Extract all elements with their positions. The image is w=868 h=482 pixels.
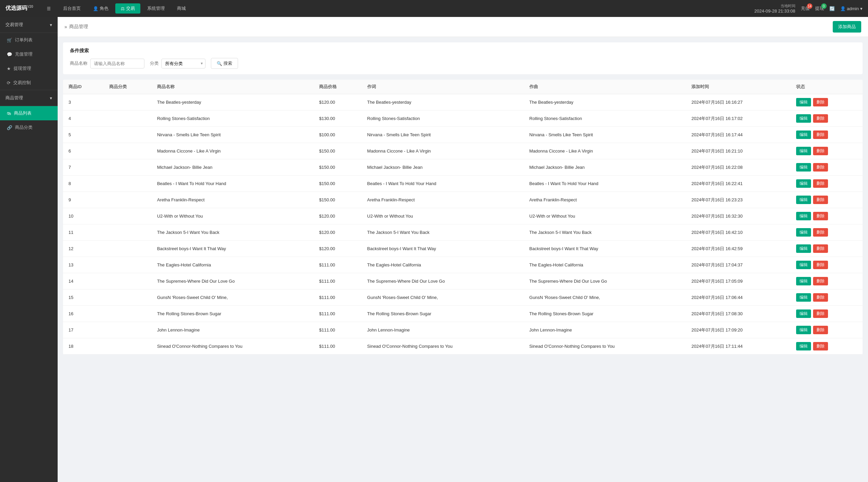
sidebar-item-trade-control[interactable]: ⟳ 交易控制: [0, 76, 58, 90]
cell-actions: 编辑 删除: [791, 159, 863, 176]
delete-button[interactable]: 删除: [813, 309, 828, 318]
edit-button[interactable]: 编辑: [796, 98, 811, 106]
nav-item-dashboard[interactable]: 后台首页: [58, 3, 86, 14]
table-row: 10 U2-With or Without You $120.00 U2-Wit…: [63, 208, 863, 224]
nav-item-system[interactable]: 系统管理: [142, 3, 170, 14]
main-content: » 商品管理 添加商品 条件搜索 商品名称 分类: [58, 17, 868, 482]
col-status: 状态: [791, 80, 863, 94]
recharge-sidebar-icon: 💬: [7, 52, 12, 57]
delete-button[interactable]: 删除: [813, 147, 828, 155]
cell-composer: Backstreet boys-I Want It That Way: [524, 241, 686, 257]
cell-category: [104, 306, 152, 322]
cell-actions: 编辑 删除: [791, 111, 863, 127]
edit-button[interactable]: 编辑: [796, 309, 811, 318]
cell-lyricist: Nirvana - Smells Like Teen Spirit: [362, 127, 524, 143]
cell-composer: The Rolling Stones-Brown Sugar: [524, 306, 686, 322]
cell-addtime: 2024年07月16日 16:42:59: [686, 241, 790, 257]
delete-button[interactable]: 删除: [813, 114, 828, 123]
edit-button[interactable]: 编辑: [796, 179, 811, 188]
refresh-button[interactable]: 🔄: [829, 6, 835, 11]
edit-button[interactable]: 编辑: [796, 293, 811, 302]
cell-lyricist: The Jackson 5-I Want You Back: [362, 224, 524, 241]
cell-addtime: 2024年07月16日 16:17:44: [686, 127, 790, 143]
edit-button[interactable]: 编辑: [796, 277, 811, 285]
cell-price: $120.00: [314, 224, 362, 241]
withdraw-sidebar-icon: ★: [7, 66, 11, 71]
edit-button[interactable]: 编辑: [796, 212, 811, 220]
sidebar-item-product-list[interactable]: 🛍 商品列表: [0, 106, 58, 120]
delete-button[interactable]: 删除: [813, 212, 828, 220]
search-row: 商品名称 分类 所有分类 🔍 搜索: [70, 58, 856, 69]
sidebar-group-trade[interactable]: 交易管理 ▾: [0, 17, 58, 33]
cell-composer: U2-With or Without You: [524, 208, 686, 224]
cell-price: $150.00: [314, 176, 362, 192]
nav-item-shop[interactable]: 商城: [172, 3, 191, 14]
withdraw-btn-wrap: 提现 0: [815, 5, 824, 12]
delete-button[interactable]: 删除: [813, 261, 828, 269]
recharge-badge: 14: [807, 3, 812, 9]
cell-composer: The Jackson 5-I Want You Back: [524, 224, 686, 241]
delete-button[interactable]: 删除: [813, 179, 828, 188]
table-row: 14 The Supremes-Where Did Our Love Go $1…: [63, 273, 863, 289]
edit-button[interactable]: 编辑: [796, 147, 811, 155]
breadcrumb-bar: » 商品管理 添加商品: [58, 17, 868, 37]
table-row: 8 Beatles - I Want To Hold Your Hand $15…: [63, 176, 863, 192]
edit-button[interactable]: 编辑: [796, 114, 811, 123]
edit-button[interactable]: 编辑: [796, 326, 811, 334]
edit-button[interactable]: 编辑: [796, 261, 811, 269]
search-panel-title: 条件搜索: [70, 48, 856, 54]
name-input[interactable]: [90, 59, 144, 68]
cell-lyricist: Backstreet boys-I Want It That Way: [362, 241, 524, 257]
cell-actions: 编辑 删除: [791, 306, 863, 322]
delete-button[interactable]: 删除: [813, 130, 828, 139]
cell-category: [104, 224, 152, 241]
sidebar-item-product-category[interactable]: 🔗 商品分类: [0, 120, 58, 135]
sidebar-item-orders[interactable]: 🛒 订单列表: [0, 33, 58, 47]
action-btns: 编辑 删除: [796, 309, 857, 318]
admin-menu[interactable]: 👤 admin ▾: [840, 6, 863, 11]
delete-button[interactable]: 删除: [813, 163, 828, 172]
cell-actions: 编辑 删除: [791, 143, 863, 159]
action-btns: 编辑 删除: [796, 326, 857, 334]
cell-lyricist: The Eagles-Hotel California: [362, 257, 524, 273]
edit-button[interactable]: 编辑: [796, 228, 811, 237]
delete-button[interactable]: 删除: [813, 277, 828, 285]
cell-category: [104, 94, 152, 111]
edit-button[interactable]: 编辑: [796, 196, 811, 204]
delete-button[interactable]: 删除: [813, 342, 828, 350]
edit-button[interactable]: 编辑: [796, 342, 811, 350]
add-product-button[interactable]: 添加商品: [833, 21, 861, 33]
nav-menu: ☰ 后台首页 👤 角色 ⚖ 交易 系统管理 商城: [41, 3, 754, 14]
sidebar-item-withdraw[interactable]: ★ 提现管理: [0, 61, 58, 76]
cart-icon: 🛒: [7, 38, 12, 43]
action-btns: 编辑 删除: [796, 342, 857, 350]
table-header: 商品ID 商品分类 商品名称 商品价格 作词 作曲 添加时间 状态: [63, 80, 863, 94]
search-button[interactable]: 🔍 搜索: [211, 58, 238, 69]
cell-id: 4: [63, 111, 104, 127]
delete-button[interactable]: 删除: [813, 196, 828, 204]
col-id: 商品ID: [63, 80, 104, 94]
cell-composer: Sinead O'Connor-Nothing Compares to You: [524, 338, 686, 355]
delete-button[interactable]: 删除: [813, 98, 828, 106]
cell-id: 3: [63, 94, 104, 111]
category-select[interactable]: 所有分类: [161, 59, 205, 68]
cell-price: $150.00: [314, 143, 362, 159]
delete-button[interactable]: 删除: [813, 244, 828, 253]
withdraw-badge: 0: [821, 3, 827, 9]
cell-category: [104, 289, 152, 306]
table-row: 12 Backstreet boys-I Want It That Way $1…: [63, 241, 863, 257]
edit-button[interactable]: 编辑: [796, 163, 811, 172]
delete-button[interactable]: 删除: [813, 293, 828, 302]
nav-item-role[interactable]: 👤 角色: [87, 3, 114, 14]
nav-item-trade[interactable]: ⚖ 交易: [115, 3, 140, 14]
sidebar-item-recharge[interactable]: 💬 充值管理: [0, 47, 58, 61]
delete-button[interactable]: 删除: [813, 228, 828, 237]
sidebar-group-products[interactable]: 商品管理 ▾: [0, 90, 58, 106]
action-btns: 编辑 删除: [796, 261, 857, 269]
cell-addtime: 2024年07月16日 17:04:37: [686, 257, 790, 273]
delete-button[interactable]: 删除: [813, 326, 828, 334]
edit-button[interactable]: 编辑: [796, 130, 811, 139]
nav-menu-icon[interactable]: ☰: [41, 4, 56, 13]
edit-button[interactable]: 编辑: [796, 244, 811, 253]
product-list-icon: 🛍: [7, 111, 11, 116]
